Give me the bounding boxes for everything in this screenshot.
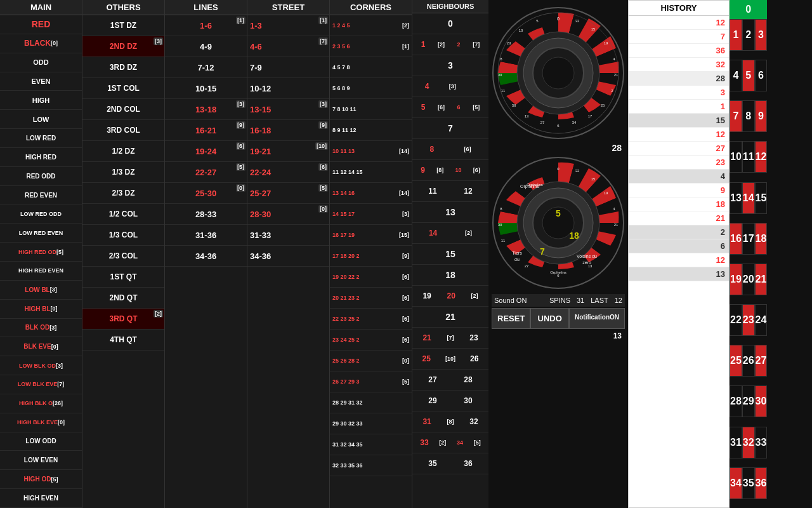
score-cell-2[interactable]: 2 <box>742 19 755 51</box>
bet-23col[interactable]: 2/3 COL <box>82 246 164 267</box>
street-10-12[interactable]: 10-12 <box>247 78 329 99</box>
street-16-18[interactable]: 16-18[9] <box>247 120 329 141</box>
history-item-2[interactable]: 2 <box>629 225 729 239</box>
bet-12dz[interactable]: 1/2 DZ <box>82 141 164 162</box>
neigh-7[interactable]: 7 <box>412 118 488 139</box>
neigh-19-20[interactable]: 19 20[2] <box>412 286 488 307</box>
neigh-33-34[interactable]: 33[2] 34[5] <box>412 432 488 453</box>
bet-redodd[interactable]: RED ODD <box>0 167 82 186</box>
corner-16[interactable]: 23 24 25 2[6] <box>330 330 412 351</box>
street-25-27[interactable]: 25-27[5] <box>247 183 329 204</box>
neigh-27-28[interactable]: 27 28 <box>412 370 488 391</box>
neigh-9-10[interactable]: 9[8] 10[6] <box>412 160 488 181</box>
history-item-18[interactable]: 18 <box>629 197 729 211</box>
corner-3[interactable]: 4 5 7 8 <box>330 57 412 78</box>
neigh-5-6[interactable]: 5[6] 6[5] <box>412 97 488 118</box>
line-22-27[interactable]: 22-27[5] <box>165 162 247 183</box>
bet-lowredodd[interactable]: LOW RED ODD <box>0 204 82 224</box>
line-31-36[interactable]: 31-36 <box>165 225 247 246</box>
corner-4[interactable]: 5 6 8 9 <box>330 78 412 99</box>
bet-1stqt[interactable]: 1ST QT <box>82 267 164 288</box>
score-cell-8[interactable]: 8 <box>742 100 755 132</box>
score-cell-21[interactable]: 21 <box>755 264 768 295</box>
bet-red[interactable]: RED <box>0 15 82 34</box>
bet-1stcol[interactable]: 1ST COL <box>82 78 164 99</box>
bet-lowblack[interactable]: LOW BL[3] <box>0 281 82 300</box>
bet-highblkeve[interactable]: HIGH BLK EVE[0] <box>0 413 82 432</box>
neigh-14[interactable]: 14[2] <box>412 223 488 244</box>
history-item-36[interactable]: 36 <box>629 44 729 58</box>
corner-22[interactable]: 32 33 35 36 <box>330 455 412 476</box>
score-cell-35[interactable]: 35 <box>742 467 755 499</box>
neigh-11-12[interactable]: 11 12 <box>412 181 488 202</box>
line-7-12[interactable]: 7-12 <box>165 57 247 78</box>
corner-21[interactable]: 31 32 34 35 <box>330 434 412 455</box>
score-cell-22[interactable]: 22 <box>730 304 742 336</box>
roulette-wheel-2[interactable]: 0 Orphelins Voisins du zero Tiers du 5 1… <box>492 156 625 290</box>
street-31-33[interactable]: 31-33 <box>247 225 329 246</box>
bet-2nddz[interactable]: 2ND DZ[3] <box>82 36 164 57</box>
corner-5[interactable]: 7 8 10 11 <box>330 99 412 120</box>
neigh-29-30[interactable]: 29 30 <box>412 391 488 411</box>
corner-6[interactable]: 8 9 11 12 <box>330 120 412 141</box>
history-item-12c[interactable]: 12 <box>629 253 729 267</box>
street-22-24[interactable]: 22-24[6] <box>247 162 329 183</box>
neigh-4[interactable]: 4[3] <box>412 76 488 97</box>
street-13-15[interactable]: 13-15[3] <box>247 99 329 120</box>
neigh-31-32[interactable]: 31[8] 32 <box>412 411 488 432</box>
history-item-23[interactable]: 23 <box>629 156 729 170</box>
bet-even[interactable]: EVEN <box>0 72 82 91</box>
history-item-7[interactable]: 7 <box>629 30 729 44</box>
street-28-30[interactable]: 28-30[0] <box>247 204 329 225</box>
bet-lowodd[interactable]: LOW ODD <box>0 432 82 451</box>
undo-button[interactable]: UNDO <box>530 308 569 329</box>
corner-14[interactable]: 20 21 23 2[6] <box>330 288 412 309</box>
history-item-32[interactable]: 32 <box>629 58 729 72</box>
history-item-12[interactable]: 12 <box>629 16 729 30</box>
line-16-21[interactable]: 16-21[9] <box>165 120 247 141</box>
corner-13[interactable]: 19 20 22 2[6] <box>330 267 412 288</box>
bet-highredeven[interactable]: HIGH RED EVEN <box>0 262 82 281</box>
score-cell-12[interactable]: 12 <box>755 141 768 173</box>
roulette-wheel-1[interactable]: 0 32 15 19 4 21 2 25 17 34 6 27 13 36 11… <box>492 6 625 140</box>
bet-lowred[interactable]: LOW RED <box>0 129 82 148</box>
bet-13dz[interactable]: 1/3 DZ <box>82 162 164 183</box>
bet-4thqt[interactable]: 4TH QT <box>82 330 164 351</box>
line-19-24[interactable]: 19-24[6] <box>165 141 247 162</box>
neigh-3[interactable]: 3 <box>412 55 488 76</box>
history-item-4[interactable]: 4 <box>629 170 729 184</box>
neigh-8[interactable]: 8[6] <box>412 139 488 160</box>
bet-lowblkodd[interactable]: LOW BLK OD[3] <box>0 356 82 375</box>
score-cell-17[interactable]: 17 <box>742 223 755 255</box>
score-cell-23[interactable]: 23 <box>742 304 755 336</box>
history-item-15[interactable]: 15 <box>629 114 729 128</box>
history-item-21[interactable]: 21 <box>629 211 729 225</box>
score-cell-3[interactable]: 3 <box>755 19 768 51</box>
score-cell-13[interactable]: 13 <box>730 182 742 214</box>
bet-low[interactable]: LOW <box>0 110 82 129</box>
corner-17[interactable]: 25 26 28 2[0] <box>330 351 412 371</box>
reset-button[interactable]: RESET <box>492 308 530 329</box>
score-cell-11[interactable]: 11 <box>742 141 755 173</box>
history-item-28[interactable]: 28 <box>629 72 729 86</box>
bet-highblack[interactable]: HIGH BL[0] <box>0 300 82 319</box>
street-19-21[interactable]: 19-21[10] <box>247 141 329 162</box>
bet-high[interactable]: HIGH <box>0 91 82 110</box>
bet-highred[interactable]: HIGH RED <box>0 148 82 167</box>
corner-12[interactable]: 17 18 20 2[9] <box>330 246 412 267</box>
bet-12col[interactable]: 1/2 COL <box>82 204 164 225</box>
corner-18[interactable]: 26 27 29 3[5] <box>330 371 412 392</box>
neigh-0[interactable]: 0 <box>412 13 488 34</box>
corner-15[interactable]: 22 23 25 2[6] <box>330 309 412 330</box>
corner-7[interactable]: 10 11 13[14] <box>330 141 412 162</box>
bet-2ndcol[interactable]: 2ND COL <box>82 99 164 120</box>
bet-highblkodd[interactable]: HIGH BLK O[26] <box>0 394 82 413</box>
score-cell-36[interactable]: 36 <box>755 467 768 499</box>
bet-black[interactable]: BLACK[0] <box>0 34 82 53</box>
bet-blkodd[interactable]: BLK OD[3] <box>0 319 82 338</box>
neigh-21-23[interactable]: 21[7] 23 <box>412 328 488 349</box>
bet-13col[interactable]: 1/3 COL <box>82 225 164 246</box>
corner-8[interactable]: 11 12 14 15 <box>330 162 412 183</box>
score-cell-20[interactable]: 20 <box>742 264 755 295</box>
history-item-1[interactable]: 1 <box>629 100 729 114</box>
